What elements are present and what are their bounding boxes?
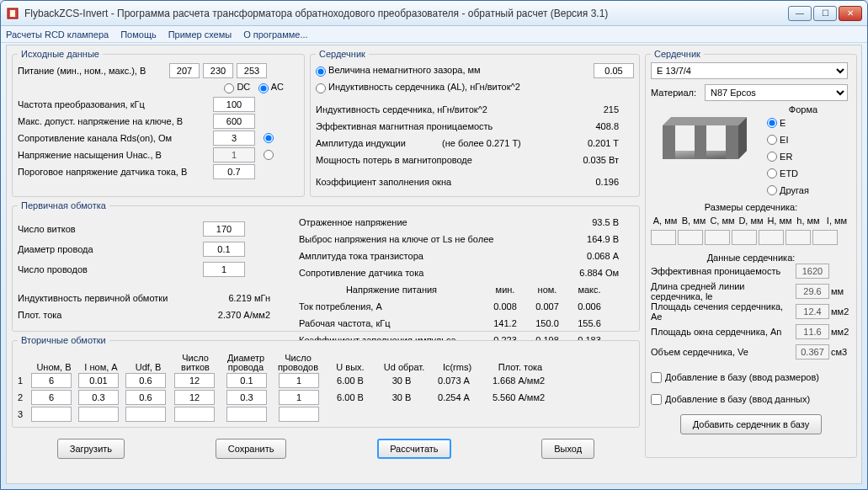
chk-data[interactable]: Добавление в базу (ввод данных) [651, 391, 851, 407]
rds-label: Сопротивление канала Rds(on), Ом [18, 133, 213, 143]
dim-d[interactable] [732, 230, 757, 245]
sec1-i[interactable] [78, 373, 119, 388]
source-legend: Исходные данные [18, 49, 103, 59]
power-max[interactable] [237, 63, 267, 78]
lprim-value: 6.219 мГн [186, 293, 270, 303]
client-area: Исходные данные Питание (мин., ном., мак… [6, 45, 862, 484]
an-input[interactable] [796, 324, 829, 339]
sec3-d[interactable] [226, 407, 267, 422]
rds-radio[interactable] [264, 133, 274, 143]
dia-input[interactable] [203, 242, 245, 257]
vrefl-value: 93.5 В [535, 217, 619, 227]
sec1-u[interactable] [31, 373, 72, 388]
dim-b[interactable] [678, 230, 703, 245]
menu-example[interactable]: Пример схемы [168, 29, 232, 40]
vth-label: Пороговое напряжение датчика тока, В [18, 167, 213, 177]
sec1-udf[interactable] [125, 373, 166, 388]
ipk-value: 0.068 А [535, 251, 619, 261]
sec3-u[interactable] [31, 407, 72, 422]
sec2-d[interactable] [226, 390, 267, 405]
dim-c[interactable] [705, 230, 730, 245]
menu-about[interactable]: О программе... [243, 29, 307, 40]
dia-label: Диаметр провода [18, 244, 203, 254]
sec1-d[interactable] [226, 373, 267, 388]
svg-marker-3 [663, 125, 675, 159]
shape-e[interactable]: E [767, 115, 839, 131]
kfill-value: 0.196 [568, 177, 619, 187]
dc-option[interactable]: DC [224, 82, 250, 93]
vth-input[interactable] [213, 164, 255, 179]
material-select[interactable]: N87 Epcos [705, 84, 848, 101]
dim-h[interactable] [785, 230, 811, 245]
shape-other[interactable]: Другая [767, 182, 839, 199]
menu-help[interactable]: Помощь [120, 29, 157, 40]
sec3-nw[interactable] [279, 407, 319, 422]
freq-input[interactable] [213, 97, 255, 112]
shape-etd[interactable]: ETD [767, 165, 839, 182]
load-button[interactable]: Загрузить [57, 439, 125, 459]
sec3-udf[interactable] [125, 407, 166, 422]
dim-H[interactable] [759, 230, 784, 245]
gap-input[interactable] [594, 63, 634, 78]
core-group: Сердечник Величина немагнитного зазора, … [310, 49, 640, 197]
close-button[interactable]: ✕ [839, 6, 862, 21]
app-window: FlybackZCS-Invert - Программа расчета тр… [0, 0, 868, 490]
power-label: Питание (мин., ном., макс.), В [18, 66, 169, 76]
sec-row-1: 1 6.00 В 30 В 0.073 А 1.668 А/мм2 [18, 372, 634, 389]
calc-button[interactable]: Рассчитать [377, 439, 450, 459]
sec2-n[interactable] [174, 390, 215, 405]
rcs-value: 6.884 Ом [535, 268, 619, 278]
save-button[interactable]: Сохранить [216, 439, 287, 459]
mu-input[interactable] [796, 264, 829, 279]
ac-option[interactable]: AC [258, 82, 284, 93]
add-core-button[interactable]: Добавить сердечник в базу [680, 414, 823, 434]
turns-input[interactable] [203, 221, 245, 237]
minimize-button[interactable]: — [788, 6, 812, 21]
rcs-label: Сопротивление датчика тока [299, 268, 535, 278]
ae-input[interactable] [796, 304, 829, 319]
maximize-button[interactable]: ☐ [813, 6, 837, 21]
sec2-u[interactable] [31, 390, 72, 405]
gap-option[interactable]: Величина немагнитного зазора, мм [316, 65, 481, 76]
sec1-n[interactable] [174, 373, 215, 388]
dim-a[interactable] [651, 230, 676, 245]
al-option[interactable]: Индуктивность сердечника (AL), нГн/виток… [316, 82, 520, 93]
dim-i[interactable] [812, 230, 838, 245]
usat-label: Напряжение насыщения Uнас., В [18, 150, 213, 160]
nwire-input[interactable] [203, 262, 245, 277]
vrefl-label: Отраженное напряжение [299, 217, 535, 227]
core-select[interactable]: E 13/7/4 [651, 62, 848, 79]
power-nom[interactable] [203, 63, 233, 78]
kfill-label: Коэффициент заполнения окна [316, 177, 568, 187]
primary-legend: Первичная обмотка [18, 200, 109, 210]
mu-label: Эффективная магнитная проницаемость [316, 121, 568, 131]
usat-radio[interactable] [264, 150, 274, 160]
sec2-nw[interactable] [279, 390, 319, 405]
svg-marker-6 [663, 117, 747, 125]
power-min[interactable] [169, 63, 200, 78]
le-input[interactable] [796, 284, 829, 299]
usat-input[interactable] [213, 147, 255, 162]
sec1-nw[interactable] [279, 373, 319, 388]
menu-rcd[interactable]: Расчеты RCD клампера [6, 29, 109, 40]
shape-er[interactable]: ER [767, 148, 839, 165]
ploss-label: Мощность потерь в магнитопроводе [316, 155, 568, 165]
mat-label: Материал: [651, 88, 705, 98]
chk-dims[interactable]: Добавление в базу (ввод размеров) [651, 369, 851, 386]
ve-input[interactable] [796, 344, 829, 360]
vmax-input[interactable] [213, 114, 255, 129]
ploss-value: 0.035 Вт [568, 155, 619, 165]
sec3-i[interactable] [78, 407, 119, 422]
svg-rect-1 [10, 10, 15, 17]
exit-button[interactable]: Выход [541, 439, 594, 459]
vspike-value: 164.9 В [535, 234, 619, 244]
sec2-udf[interactable] [125, 390, 166, 405]
sec2-i[interactable] [78, 390, 119, 405]
svg-marker-5 [726, 125, 738, 159]
shape-ei[interactable]: EI [767, 131, 839, 148]
app-icon [6, 7, 19, 20]
rds-input[interactable] [213, 130, 255, 146]
core-image [654, 106, 764, 182]
mu-value: 408.8 [568, 121, 619, 131]
sec3-n[interactable] [174, 407, 215, 422]
